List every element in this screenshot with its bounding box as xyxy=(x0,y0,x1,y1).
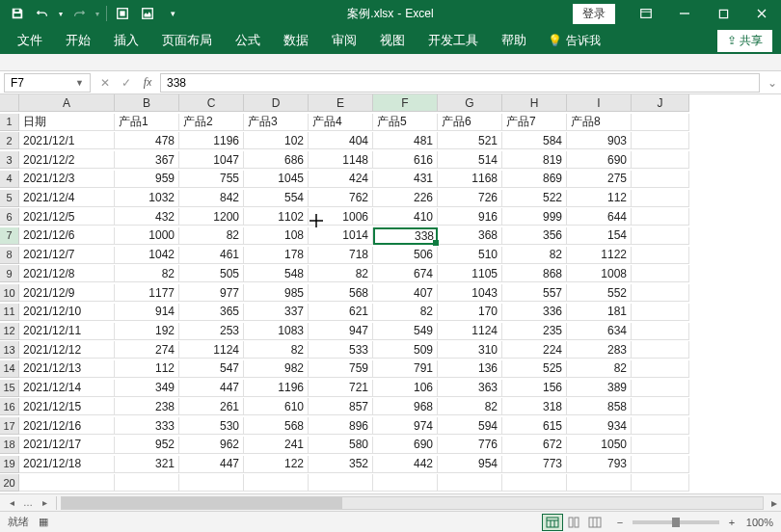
cell[interactable]: 977 xyxy=(179,284,244,302)
view-page-break-button[interactable] xyxy=(584,514,606,531)
zoom-out-button[interactable]: − xyxy=(613,517,627,528)
cell[interactable]: 178 xyxy=(244,247,309,264)
cell[interactable]: 505 xyxy=(179,265,244,282)
cell[interactable]: 338 xyxy=(373,227,438,245)
cell[interactable]: 82 xyxy=(179,227,244,245)
hscroll-track[interactable] xyxy=(61,496,764,510)
cell[interactable] xyxy=(632,360,689,378)
cell[interactable]: 1032 xyxy=(115,190,179,207)
cell[interactable]: 2021/12/6 xyxy=(19,227,115,245)
cell[interactable]: 108 xyxy=(244,227,309,245)
cell[interactable]: 974 xyxy=(373,417,438,435)
cell[interactable]: 1124 xyxy=(438,323,502,340)
cell[interactable]: 181 xyxy=(567,304,632,321)
cell[interactable]: 1148 xyxy=(309,151,373,169)
cell[interactable]: 914 xyxy=(115,304,179,321)
cell[interactable]: 2021/12/2 xyxy=(19,151,115,169)
cell[interactable] xyxy=(373,474,438,492)
row-header[interactable]: 20 xyxy=(0,474,19,492)
row-header[interactable]: 12 xyxy=(0,323,19,340)
close-button[interactable] xyxy=(742,0,781,27)
cell[interactable]: 432 xyxy=(115,208,179,226)
cell[interactable]: 580 xyxy=(309,437,373,454)
qat-customize[interactable]: ▾ xyxy=(161,3,184,24)
enter-formula-button[interactable]: ✓ xyxy=(116,72,137,93)
view-page-layout-button[interactable] xyxy=(563,514,584,531)
cell[interactable]: 1042 xyxy=(115,247,179,264)
col-header[interactable]: A xyxy=(19,94,115,112)
cell[interactable]: 82 xyxy=(567,360,632,378)
row-header[interactable]: 17 xyxy=(0,417,19,435)
cell[interactable]: 952 xyxy=(115,437,179,454)
col-header[interactable]: H xyxy=(502,94,567,112)
cell[interactable] xyxy=(632,114,689,131)
cell[interactable] xyxy=(632,132,689,149)
cell[interactable]: 2021/12/10 xyxy=(19,304,115,321)
cell[interactable]: 690 xyxy=(373,437,438,454)
minimize-button[interactable] xyxy=(665,0,704,27)
cell[interactable]: 726 xyxy=(438,190,502,207)
row-header[interactable]: 15 xyxy=(0,380,19,397)
cell[interactable]: 82 xyxy=(244,341,309,359)
cell[interactable] xyxy=(502,474,567,492)
row-header[interactable]: 19 xyxy=(0,456,19,473)
cell[interactable]: 224 xyxy=(502,341,567,359)
cell[interactable]: 842 xyxy=(179,190,244,207)
cell[interactable]: 产品4 xyxy=(309,114,373,131)
cell[interactable]: 261 xyxy=(179,398,244,415)
cell[interactable]: 2021/12/4 xyxy=(19,190,115,207)
cell[interactable]: 776 xyxy=(438,437,502,454)
cell[interactable]: 1050 xyxy=(567,437,632,454)
tab-dev[interactable]: 开发工具 xyxy=(418,28,488,53)
cell[interactable]: 610 xyxy=(244,398,309,415)
worksheet-grid[interactable]: ABCDEFGHIJ1日期产品1产品2产品3产品4产品5产品6产品7产品8220… xyxy=(0,94,781,493)
qat-button-1[interactable] xyxy=(111,3,134,24)
zoom-slider[interactable] xyxy=(633,520,719,524)
cell[interactable]: 253 xyxy=(179,323,244,340)
cell[interactable]: 356 xyxy=(502,227,567,245)
cell[interactable]: 238 xyxy=(115,398,179,415)
cell[interactable]: 349 xyxy=(115,380,179,397)
cell[interactable]: 2021/12/12 xyxy=(19,341,115,359)
row-header[interactable]: 18 xyxy=(0,437,19,454)
cell[interactable]: 962 xyxy=(179,437,244,454)
cell[interactable]: 461 xyxy=(179,247,244,264)
cell[interactable]: 442 xyxy=(373,456,438,473)
cell[interactable]: 1105 xyxy=(438,265,502,282)
cell[interactable]: 122 xyxy=(244,456,309,473)
cell[interactable]: 548 xyxy=(244,265,309,282)
cell[interactable]: 621 xyxy=(309,304,373,321)
cell[interactable]: 616 xyxy=(373,151,438,169)
select-all-button[interactable] xyxy=(0,94,19,112)
row-header[interactable]: 4 xyxy=(0,171,19,188)
cell[interactable]: 1000 xyxy=(115,227,179,245)
cell[interactable]: 2021/12/5 xyxy=(19,208,115,226)
cell[interactable]: 337 xyxy=(244,304,309,321)
cell[interactable]: 1196 xyxy=(179,132,244,149)
tab-home[interactable]: 开始 xyxy=(56,28,100,53)
cell[interactable]: 554 xyxy=(244,190,309,207)
cell[interactable]: 1168 xyxy=(438,171,502,188)
cell[interactable]: 321 xyxy=(115,456,179,473)
cell[interactable]: 产品5 xyxy=(373,114,438,131)
cell[interactable]: 112 xyxy=(115,360,179,378)
cell[interactable]: 916 xyxy=(438,208,502,226)
cell[interactable]: 568 xyxy=(244,417,309,435)
row-header[interactable]: 10 xyxy=(0,284,19,302)
cell[interactable]: 868 xyxy=(502,265,567,282)
cell[interactable]: 1047 xyxy=(179,151,244,169)
row-header[interactable]: 3 xyxy=(0,151,19,169)
cancel-formula-button[interactable]: ✕ xyxy=(94,72,116,93)
row-header[interactable]: 7 xyxy=(0,227,19,245)
cell[interactable] xyxy=(632,265,689,282)
cell[interactable]: 235 xyxy=(502,323,567,340)
cell[interactable]: 857 xyxy=(309,398,373,415)
cell[interactable]: 82 xyxy=(373,304,438,321)
redo-dropdown[interactable]: ▾ xyxy=(93,3,102,24)
macro-record-icon[interactable]: ▦ xyxy=(39,516,48,528)
cell[interactable]: 424 xyxy=(309,171,373,188)
cell[interactable]: 产品1 xyxy=(115,114,179,131)
cell[interactable]: 170 xyxy=(438,304,502,321)
cell[interactable] xyxy=(632,398,689,415)
cell[interactable]: 793 xyxy=(567,456,632,473)
